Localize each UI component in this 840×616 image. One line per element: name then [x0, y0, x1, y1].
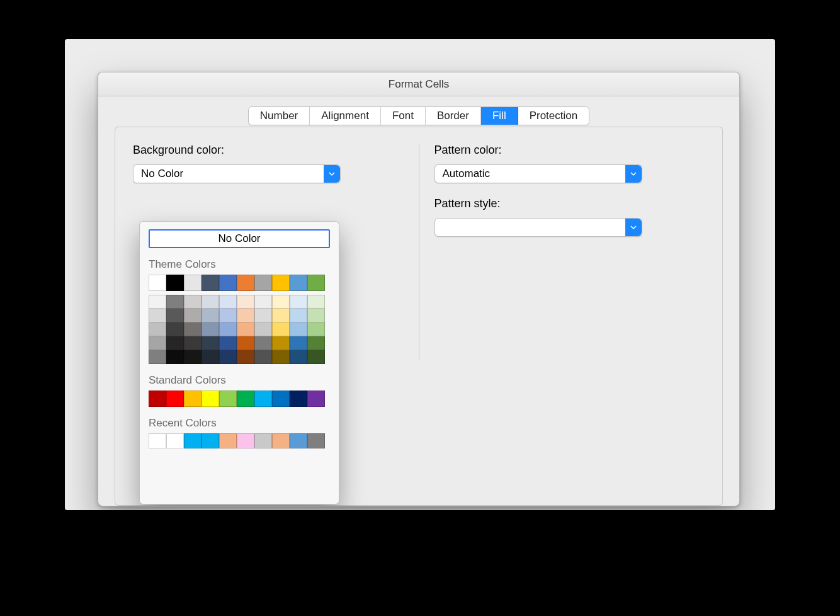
color-swatch[interactable]: [166, 433, 184, 448]
color-swatch[interactable]: [307, 433, 325, 448]
color-swatch[interactable]: [254, 322, 272, 336]
color-swatch[interactable]: [237, 322, 254, 336]
color-swatch[interactable]: [237, 275, 254, 291]
color-swatch[interactable]: [254, 391, 272, 407]
color-swatch[interactable]: [290, 309, 307, 322]
color-swatch[interactable]: [237, 336, 254, 350]
color-swatch[interactable]: [149, 350, 166, 364]
pattern-color-value: Automatic: [443, 168, 491, 180]
color-swatch[interactable]: [149, 391, 166, 407]
color-swatch[interactable]: [201, 350, 219, 364]
color-swatch[interactable]: [166, 275, 184, 291]
color-swatch[interactable]: [149, 295, 166, 309]
color-swatch[interactable]: [184, 322, 201, 336]
tab-alignment[interactable]: Alignment: [310, 107, 381, 125]
color-swatch[interactable]: [219, 350, 237, 364]
color-swatch[interactable]: [272, 336, 290, 350]
color-swatch[interactable]: [290, 391, 307, 407]
color-swatch[interactable]: [201, 275, 219, 291]
color-swatch[interactable]: [184, 309, 201, 322]
color-swatch[interactable]: [290, 295, 307, 309]
color-swatch[interactable]: [184, 391, 201, 407]
color-swatch[interactable]: [219, 336, 237, 350]
color-swatch[interactable]: [201, 322, 219, 336]
chevron-down-icon: [324, 165, 340, 183]
vertical-divider: [419, 144, 419, 360]
color-swatch[interactable]: [307, 309, 325, 322]
color-swatch[interactable]: [290, 433, 307, 448]
color-swatch[interactable]: [201, 295, 219, 309]
tab-bar: Number Alignment Font Border Fill Protec…: [98, 106, 739, 125]
color-swatch[interactable]: [166, 336, 184, 350]
color-swatch[interactable]: [272, 350, 290, 364]
color-swatch[interactable]: [149, 433, 166, 448]
color-swatch[interactable]: [272, 309, 290, 322]
pattern-style-select[interactable]: [434, 218, 642, 237]
color-swatch[interactable]: [219, 391, 237, 407]
tab-protection[interactable]: Protection: [518, 107, 589, 125]
color-swatch[interactable]: [307, 336, 325, 350]
color-swatch[interactable]: [254, 350, 272, 364]
color-swatch[interactable]: [272, 295, 290, 309]
color-swatch[interactable]: [201, 336, 219, 350]
color-swatch[interactable]: [237, 350, 254, 364]
pattern-color-select[interactable]: Automatic: [434, 164, 642, 183]
color-swatch[interactable]: [166, 295, 184, 309]
background-color-select[interactable]: No Color: [133, 164, 341, 183]
color-swatch[interactable]: [290, 350, 307, 364]
color-swatch[interactable]: [219, 433, 237, 448]
dialog-title: Format Cells: [98, 72, 739, 96]
color-swatch[interactable]: [201, 309, 219, 322]
color-swatch[interactable]: [254, 433, 272, 448]
color-swatch[interactable]: [237, 433, 254, 448]
color-swatch[interactable]: [184, 295, 201, 309]
color-swatch[interactable]: [254, 336, 272, 350]
tab-fill[interactable]: Fill: [481, 107, 518, 125]
tab-font[interactable]: Font: [381, 107, 426, 125]
color-swatch[interactable]: [219, 309, 237, 322]
tab-number[interactable]: Number: [249, 107, 310, 125]
color-swatch[interactable]: [307, 295, 325, 309]
color-swatch[interactable]: [184, 433, 201, 448]
color-swatch[interactable]: [272, 391, 290, 407]
color-swatch[interactable]: [290, 336, 307, 350]
color-swatch[interactable]: [254, 309, 272, 322]
color-swatch[interactable]: [166, 391, 184, 407]
color-swatch[interactable]: [237, 295, 254, 309]
color-picker-popup: No Color Theme Colors Standard Colors Re…: [139, 221, 339, 505]
color-swatch[interactable]: [272, 433, 290, 448]
color-swatch[interactable]: [307, 391, 325, 407]
color-swatch[interactable]: [237, 391, 254, 407]
background-color-value: No Color: [141, 168, 183, 180]
color-swatch[interactable]: [254, 295, 272, 309]
color-swatch[interactable]: [290, 275, 307, 291]
pattern-color-label: Pattern color:: [434, 144, 705, 157]
tab-border[interactable]: Border: [426, 107, 481, 125]
background-color-label: Background color:: [133, 144, 404, 157]
color-swatch[interactable]: [254, 275, 272, 291]
color-swatch[interactable]: [201, 433, 219, 448]
color-swatch[interactable]: [272, 322, 290, 336]
color-swatch[interactable]: [307, 322, 325, 336]
color-swatch[interactable]: [290, 322, 307, 336]
color-swatch[interactable]: [166, 309, 184, 322]
color-swatch[interactable]: [149, 275, 166, 291]
color-swatch[interactable]: [166, 350, 184, 364]
color-swatch[interactable]: [272, 275, 290, 291]
color-swatch[interactable]: [219, 295, 237, 309]
stage: Format Cells Number Alignment Font Borde…: [65, 39, 775, 510]
color-swatch[interactable]: [184, 336, 201, 350]
color-swatch[interactable]: [201, 391, 219, 407]
color-swatch[interactable]: [307, 275, 325, 291]
color-swatch[interactable]: [237, 309, 254, 322]
color-swatch[interactable]: [149, 322, 166, 336]
color-swatch[interactable]: [184, 275, 201, 291]
color-swatch[interactable]: [219, 322, 237, 336]
no-color-button[interactable]: No Color: [149, 229, 330, 248]
color-swatch[interactable]: [307, 350, 325, 364]
color-swatch[interactable]: [166, 322, 184, 336]
color-swatch[interactable]: [149, 336, 166, 350]
color-swatch[interactable]: [149, 309, 166, 322]
color-swatch[interactable]: [219, 275, 237, 291]
color-swatch[interactable]: [184, 350, 201, 364]
